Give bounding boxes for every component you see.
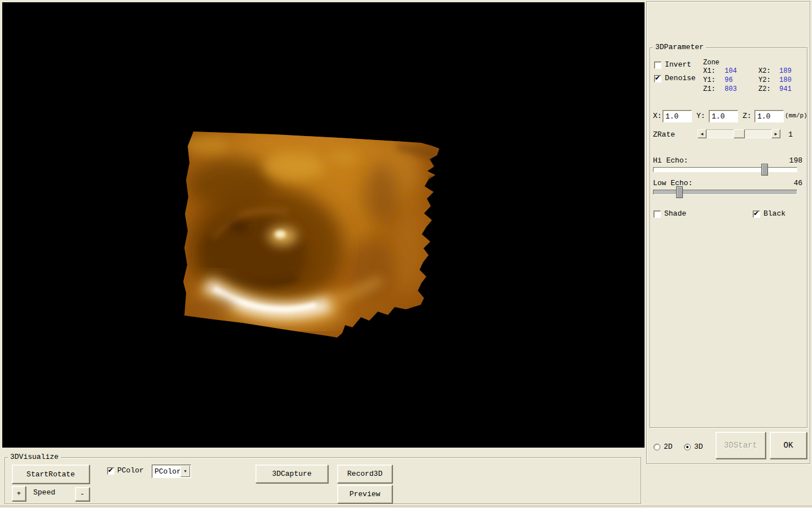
chevron-down-icon[interactable]: ▼ <box>180 466 190 477</box>
window-bottom-edge <box>0 506 812 506</box>
check-icon: ✔ <box>655 74 660 82</box>
zone-y1-label: Y1: <box>703 76 716 84</box>
ultrasound-volume-render <box>2 2 645 448</box>
pcolor-label: PColor <box>117 467 144 475</box>
zrate-value: 1 <box>788 131 793 139</box>
pcolor-dropdown-value: PColor <box>152 465 180 478</box>
invert-label: Invert <box>665 61 691 69</box>
group-3dvisualize: 3DVisualize StartRotate ✔ PColor PColor … <box>5 457 641 504</box>
viewport-3d[interactable] <box>2 2 645 448</box>
z-scale-input[interactable] <box>754 110 784 122</box>
zone-x2-value: 189 <box>779 67 792 75</box>
zrate-label: ZRate <box>653 131 675 139</box>
scroll-right-arrow-icon[interactable]: ► <box>771 129 780 138</box>
low-echo-label: Low Echo: <box>653 179 692 187</box>
speed-plus-button[interactable]: + <box>12 486 26 501</box>
zone-z1-label: Z1: <box>703 85 716 93</box>
check-icon: ✔ <box>753 209 759 217</box>
invert-checkbox[interactable]: ✔ <box>654 62 661 69</box>
zone-z2-label: Z2: <box>758 85 771 93</box>
x-scale-input[interactable] <box>663 110 692 122</box>
low-echo-slider-thumb[interactable] <box>676 186 683 198</box>
zone-x1-label: X1: <box>703 67 716 75</box>
zone-z1-value: 803 <box>725 85 737 93</box>
zone-y1-value: 96 <box>725 76 732 84</box>
denoise-checkbox[interactable]: ✔ <box>654 75 661 82</box>
capture3d-button[interactable]: 3DCapture <box>255 465 328 483</box>
hi-echo-slider[interactable] <box>653 167 797 172</box>
ok-button[interactable]: OK <box>770 432 807 459</box>
hi-echo-slider-thumb[interactable] <box>761 164 768 176</box>
pcolor-dropdown[interactable]: PColor ▼ <box>152 465 191 478</box>
radio-3d[interactable] <box>684 444 691 450</box>
x-scale-label: X: <box>653 112 662 120</box>
y-scale-label: Y: <box>696 112 705 120</box>
group-3dparameter: 3DParameter ✔ Invert ✔ Denoise Zone X1: … <box>650 47 807 428</box>
zone-z2-value: 941 <box>779 85 792 93</box>
scale-unit-label: (mm/p) <box>785 112 807 120</box>
denoise-label: Denoise <box>665 75 696 82</box>
app-window: { "icons": { "dropdown_arrow": "▼", "scr… <box>0 0 812 508</box>
shade-label: Shade <box>664 210 686 218</box>
zrate-scrollbar[interactable]: ◄ ► <box>698 129 780 138</box>
z-scale-label: Z: <box>743 112 752 120</box>
radio-2d[interactable] <box>654 444 660 450</box>
black-checkbox[interactable]: ✔ <box>753 211 760 218</box>
low-echo-value: 46 <box>771 179 802 187</box>
check-icon: ✔ <box>108 466 113 474</box>
zone-y2-label: Y2: <box>758 76 771 84</box>
black-label: Black <box>764 210 785 218</box>
zone-y2-value: 180 <box>779 76 792 84</box>
parameter-panel: 3DParameter ✔ Invert ✔ Denoise Zone X1: … <box>646 1 810 464</box>
zone-title: Zone <box>703 59 720 67</box>
pcolor-checkbox[interactable]: ✔ <box>107 467 114 475</box>
radio-3d-label: 3D <box>694 443 703 451</box>
zone-x1-value: 104 <box>725 67 737 75</box>
record3d-button[interactable]: Record3D <box>337 465 392 483</box>
hi-echo-value: 198 <box>771 157 802 165</box>
low-echo-slider[interactable] <box>653 190 797 195</box>
y-scale-input[interactable] <box>709 110 738 122</box>
preview-button[interactable]: Preview <box>337 485 392 503</box>
radio-2d-label: 2D <box>664 443 673 451</box>
group-3dvisualize-title: 3DVisualize <box>8 453 61 461</box>
speed-minus-button[interactable]: - <box>75 487 90 501</box>
shade-checkbox[interactable]: ✔ <box>654 211 661 218</box>
start3d-button[interactable]: 3DStart <box>716 432 766 459</box>
scroll-left-arrow-icon[interactable]: ◄ <box>698 129 707 138</box>
start-rotate-button[interactable]: StartRotate <box>12 465 90 484</box>
zrate-scrollbar-track[interactable] <box>707 129 771 138</box>
zrate-scrollbar-thumb[interactable] <box>734 129 745 138</box>
hi-echo-label: Hi Echo: <box>653 157 688 165</box>
group-3dparameter-title: 3DParameter <box>653 43 706 51</box>
speed-label: Speed <box>33 489 55 497</box>
zone-x2-label: X2: <box>758 67 771 75</box>
